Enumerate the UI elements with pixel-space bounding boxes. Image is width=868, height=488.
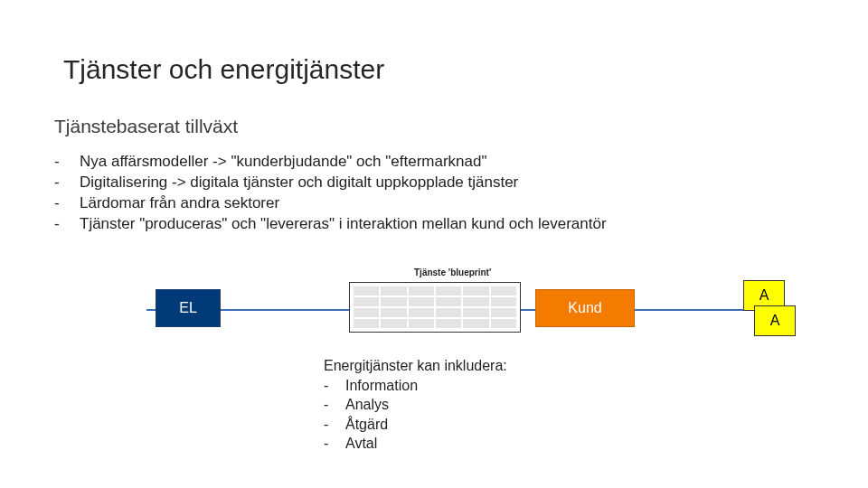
list-item: - Analys [324,395,507,415]
box-blueprint [349,282,521,333]
list-item: - Tjänster "produceras" och "levereras" … [54,214,607,235]
bullet-text: Avtal [345,434,377,454]
bullet-text: Digitalisering -> digitala tjänster och … [80,173,518,193]
bullet-dash: - [54,214,80,235]
bullet-dash: - [54,173,80,193]
box-el: EL [156,289,221,327]
bullet-text: Lärdomar från andra sektorer [80,193,279,214]
box-kund: Kund [535,289,635,327]
bullet-dash: - [324,395,345,415]
box-a-front: A [754,305,796,336]
list-item: - Nya affärsmodeller -> "kunderbjudande"… [54,152,607,173]
bullet-dash: - [324,415,345,435]
slide: Tjänster och energitjänster Tjänstebaser… [0,0,868,488]
bullet-dash: - [324,376,345,396]
bullet-dash: - [54,152,80,173]
bullet-text: Analys [345,395,389,415]
list-item: - Information [324,376,507,396]
bullet-dash: - [324,434,345,454]
page-subtitle: Tjänstebaserat tillväxt [54,116,238,137]
page-title: Tjänster och energitjänster [63,54,384,85]
list-item: - Åtgärd [324,415,507,435]
includes-heading: Energitjänster kan inkludera: [324,356,507,376]
bullet-text: Nya affärsmodeller -> "kunderbjudande" o… [80,152,486,173]
diagram: Tjänste 'blueprint' EL Kund A A [146,267,816,340]
blueprint-label: Tjänste 'blueprint' [414,267,491,277]
blueprint-placeholder [350,283,520,332]
includes-block: Energitjänster kan inkludera: - Informat… [324,356,507,454]
bullet-text: Åtgärd [345,415,388,435]
list-item: - Avtal [324,434,507,454]
bullet-text: Tjänster "produceras" och "levereras" i … [80,214,607,235]
bullet-text: Information [345,376,418,396]
list-item: - Lärdomar från andra sektorer [54,193,607,214]
bullet-list: - Nya affärsmodeller -> "kunderbjudande"… [54,152,607,235]
bullet-dash: - [54,193,80,214]
list-item: - Digitalisering -> digitala tjänster oc… [54,173,607,193]
